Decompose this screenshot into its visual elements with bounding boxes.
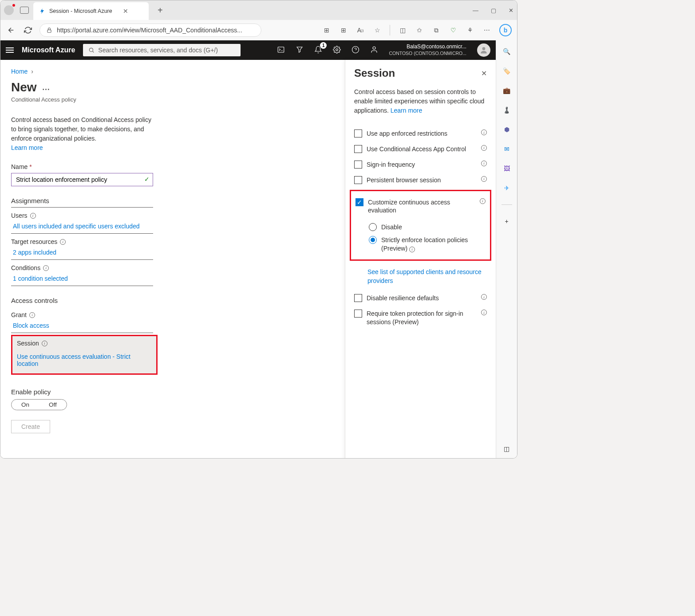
create-button[interactable]: Create (11, 420, 50, 433)
checkbox-icon[interactable] (354, 129, 362, 137)
filter-icon[interactable] (296, 46, 304, 55)
help-icon[interactable] (351, 46, 359, 55)
info-icon[interactable]: i (481, 310, 487, 315)
opt-persistent[interactable]: Persistent browser session i (354, 173, 487, 188)
add-sidebar-icon[interactable]: + (502, 216, 512, 226)
back-button[interactable] (6, 25, 16, 35)
info-icon[interactable]: i (481, 161, 487, 166)
conditions-value[interactable]: 1 condition selected (11, 271, 153, 283)
conditions-config[interactable]: Conditions i 1 condition selected (11, 260, 153, 286)
workspaces-icon[interactable] (20, 7, 29, 14)
games-icon[interactable]: ♟️ (502, 105, 512, 115)
avatar[interactable] (477, 43, 490, 57)
shopping-icon[interactable]: 🏷️ (502, 66, 512, 76)
collections-icon[interactable]: ⧉ (432, 26, 441, 35)
favorites-icon[interactable]: ✩ (415, 26, 424, 35)
info-icon[interactable]: i (43, 265, 49, 271)
health-icon[interactable]: ♡ (449, 26, 458, 35)
info-icon[interactable]: i (42, 341, 47, 346)
learn-more-link[interactable]: Learn more (11, 143, 158, 153)
grant-value[interactable]: Block access (11, 318, 153, 330)
office-icon[interactable]: ⬢ (502, 125, 512, 134)
session-value[interactable]: Use continuous access evaluation - Stric… (17, 349, 152, 368)
refresh-button[interactable] (23, 25, 33, 35)
session-panel: Session ✕ Control access based on sessio… (345, 60, 496, 459)
more-icon[interactable]: ⋯ (482, 26, 491, 35)
share-icon[interactable]: ⚘ (466, 26, 474, 35)
notifications-icon[interactable]: 1 (314, 46, 322, 55)
hamburger-icon[interactable] (6, 47, 14, 53)
opt-customize-cae[interactable]: ✓ Customize continuous access evaluation… (355, 195, 486, 219)
breadcrumb-home[interactable]: Home (11, 68, 28, 75)
more-actions-icon[interactable]: … (42, 83, 51, 92)
opt-ca-app-control[interactable]: Use Conditional Access App Control i (354, 141, 487, 157)
info-icon[interactable]: i (481, 294, 487, 300)
info-icon[interactable]: i (30, 213, 36, 219)
panel-close-icon[interactable]: ✕ (481, 69, 487, 78)
checkbox-icon[interactable] (354, 310, 362, 318)
radio-disable[interactable]: Disable (369, 221, 486, 234)
info-icon[interactable]: i (29, 312, 35, 318)
radio-icon[interactable] (369, 223, 377, 231)
minimize-icon[interactable]: — (473, 7, 478, 14)
toggle-on[interactable]: On (12, 400, 39, 410)
info-icon[interactable]: i (60, 239, 66, 245)
bing-chat-icon[interactable]: b (499, 24, 512, 36)
checkbox-checked-icon[interactable]: ✓ (355, 198, 363, 206)
tab-close-icon[interactable]: ✕ (123, 8, 128, 15)
checkbox-icon[interactable] (354, 176, 362, 184)
search-sidebar-icon[interactable]: 🔍 (502, 47, 512, 56)
new-tab-button[interactable]: + (153, 5, 167, 16)
info-icon[interactable]: i (481, 176, 487, 182)
browser-tab[interactable]: Session - Microsoft Azure ✕ (33, 2, 149, 20)
grant-config[interactable]: Grant i Block access (11, 307, 153, 333)
panel-title: Session (354, 67, 395, 79)
read-aloud-icon[interactable]: A)) (356, 26, 365, 35)
enable-policy-toggle[interactable]: On Off (11, 399, 67, 410)
extensions-icon[interactable]: ⊞ (339, 26, 348, 35)
opt-disable-resilience[interactable]: Disable resilience defaults i (354, 290, 487, 306)
target-config[interactable]: Target resources i 2 apps included (11, 234, 153, 260)
opt-signin-freq[interactable]: Sign-in frequency i (354, 157, 487, 173)
checkbox-icon[interactable] (354, 161, 362, 169)
checkbox-icon[interactable] (354, 294, 362, 302)
tools-icon[interactable]: 💼 (502, 86, 512, 95)
target-value[interactable]: 2 apps included (11, 245, 153, 257)
session-config-highlighted[interactable]: Session i Use continuous access evaluati… (11, 335, 158, 375)
split-icon[interactable]: ◫ (398, 26, 407, 35)
maximize-icon[interactable]: ▢ (491, 7, 496, 14)
image-icon[interactable]: 🖼 (502, 164, 512, 173)
radio-selected-icon[interactable] (369, 236, 377, 244)
url-input[interactable]: https://portal.azure.com/#view/Microsoft… (39, 24, 261, 37)
url-text: https://portal.azure.com/#view/Microsoft… (57, 27, 242, 34)
users-config[interactable]: Users i All users included and specific … (11, 208, 153, 234)
apps-icon[interactable]: ⊞ (322, 26, 331, 35)
opt-token-protection[interactable]: Require token protection for sign-in ses… (354, 306, 487, 330)
radio-strict[interactable]: Strictly enforce location policies (Prev… (369, 234, 486, 255)
panel-learn-more-link[interactable]: Learn more (391, 107, 423, 114)
supported-clients-link[interactable]: See list of supported clients and resour… (354, 263, 487, 290)
azure-logo[interactable]: Microsoft Azure (22, 46, 75, 54)
users-value[interactable]: All users included and specific users ex… (11, 219, 153, 231)
page-title: New … (11, 80, 334, 94)
info-icon[interactable]: i (481, 145, 487, 151)
favorite-icon[interactable]: ☆ (373, 26, 382, 35)
close-window-icon[interactable]: ✕ (509, 7, 513, 14)
account-info[interactable]: BalaS@contoso.onmicr... CONTOSO (CONTOSO… (389, 43, 466, 56)
azure-search-input[interactable]: Search resources, services, and docs (G+… (83, 44, 241, 56)
profile-icon[interactable] (4, 5, 14, 15)
settings-icon[interactable] (333, 46, 341, 55)
select-button[interactable]: Select (354, 458, 396, 459)
feedback-icon[interactable] (370, 46, 378, 55)
info-icon[interactable]: i (480, 198, 486, 204)
opt-app-enforced[interactable]: Use app enforced restrictions i (354, 126, 487, 141)
outlook-icon[interactable]: ✉ (502, 144, 512, 154)
name-input[interactable] (11, 173, 153, 186)
info-icon[interactable]: i (481, 129, 487, 135)
info-icon[interactable]: i (409, 247, 415, 252)
sidebar-toggle-icon[interactable]: ◫ (502, 444, 512, 454)
cloud-shell-icon[interactable] (277, 46, 285, 55)
drop-icon[interactable]: ✈ (502, 183, 512, 193)
toggle-off[interactable]: Off (39, 400, 67, 410)
checkbox-icon[interactable] (354, 145, 362, 153)
